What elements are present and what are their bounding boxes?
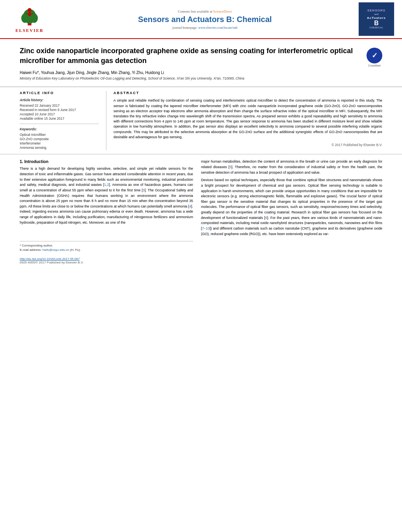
email-link[interactable]: hwfu@xsyu.edu.cn <box>43 248 69 252</box>
intro-text-right: major human metabolites, detection the c… <box>201 159 382 175</box>
article-info-heading: ARTICLE INFO <box>20 91 99 95</box>
available-date: Available online 15 June 2017 <box>20 117 99 120</box>
authors: Haiwei Fu*, Youhua Jiang, Jijun Ding, Ji… <box>20 70 382 75</box>
keyword-4: Ammonia sensing <box>20 146 99 150</box>
received-revised-date: Received in revised form 9 June 2017 <box>20 108 99 112</box>
journal-homepage-link[interactable]: www.elsevier.com/locate/snb <box>198 26 238 30</box>
body-content: 1. Introduction There is a high demand f… <box>0 154 402 269</box>
sensors-badge-line5: CHEMICAL <box>369 26 383 30</box>
affiliation: Ministry of Education Key Laboratory on … <box>20 76 382 80</box>
keyword-3: Interferometer <box>20 141 99 145</box>
intro-text-left: There is a high demand for developing hi… <box>20 166 193 225</box>
article-header: ✓ CrossMark Zinc oxide nanoparticle inco… <box>0 39 402 87</box>
corresponding-author-note: * Corresponding author. <box>20 244 193 247</box>
sensors-badge-area: SENSORS and AcTuators B CHEMICAL <box>355 2 398 38</box>
email-note: E-mail address: hwfu@xsyu.edu.cn (H. Fu)… <box>20 248 193 252</box>
sensors-badge-line4: B <box>374 20 379 26</box>
elsevier-text: ELSEVIER <box>15 28 44 33</box>
article-history-label: Article history: <box>20 98 99 102</box>
crossmark-icon: ✓ <box>367 48 382 63</box>
accepted-date: Accepted 10 June 2017 <box>20 112 99 116</box>
issn-line: 0925-4005/© 2017 Published by Elsevier B… <box>20 261 193 264</box>
svg-point-4 <box>28 8 31 11</box>
sensors-badge: SENSORS and AcTuators B CHEMICAL <box>359 2 394 36</box>
sciencedirect-link: Contents lists available at ScienceDirec… <box>178 9 232 13</box>
divider <box>20 124 99 124</box>
footnote-area-left: * Corresponding author. E-mail address: … <box>20 241 193 264</box>
elsevier-logo: ELSEVIER <box>15 6 44 33</box>
sciencedirect-anchor[interactable]: ScienceDirect <box>213 9 232 13</box>
intro-text-right-2: Devices based on optical techniques, esp… <box>201 178 382 237</box>
journal-title-area: Contents lists available at ScienceDirec… <box>55 2 355 38</box>
copyright-line: © 2017 Published by Elsevier B.V. <box>114 143 382 147</box>
abstract-text: A simple and reliable method by combinat… <box>114 98 382 140</box>
keyword-2: GO-ZnO composite <box>20 137 99 141</box>
sensors-badge-line1: SENSORS <box>367 9 385 13</box>
journal-homepage: journal homepage: www.elsevier.com/locat… <box>172 26 237 30</box>
svg-point-3 <box>31 13 38 23</box>
elsevier-logo-area: ELSEVIER <box>4 2 55 38</box>
svg-point-2 <box>21 13 28 23</box>
article-info-col: ARTICLE INFO Article history: Received 2… <box>20 91 106 150</box>
sensors-badge-line2: and <box>374 13 379 16</box>
svg-rect-5 <box>28 12 31 16</box>
journal-header: ELSEVIER Contents lists available at Sci… <box>0 0 402 39</box>
intro-section-title: 1. Introduction <box>20 159 193 164</box>
body-col-right: major human metabolites, detection the c… <box>201 159 382 264</box>
abstract-heading: ABSTRACT <box>114 91 382 95</box>
elsevier-tree-icon <box>16 6 43 27</box>
received-date: Received 22 January 2017 <box>20 104 99 108</box>
keywords-label: Keywords: <box>20 127 99 131</box>
doi-link[interactable]: http://dx.doi.org/10.1016/j.snb.2017.05.… <box>20 257 80 261</box>
keyword-1: Optical microfiber <box>20 133 99 137</box>
crossmark-area: ✓ CrossMark <box>367 48 382 67</box>
article-title: Zinc oxide nanoparticle incorporated gra… <box>20 46 382 66</box>
journal-title: Sensors and Actuators B: Chemical <box>138 15 272 24</box>
abstract-col: ABSTRACT A simple and reliable method by… <box>106 91 382 150</box>
doi-line: http://dx.doi.org/10.1016/j.snb.2017.05.… <box>20 257 193 261</box>
article-info-abstract-section: ARTICLE INFO Article history: Received 2… <box>0 87 402 154</box>
body-col-left: 1. Introduction There is a high demand f… <box>20 159 193 264</box>
